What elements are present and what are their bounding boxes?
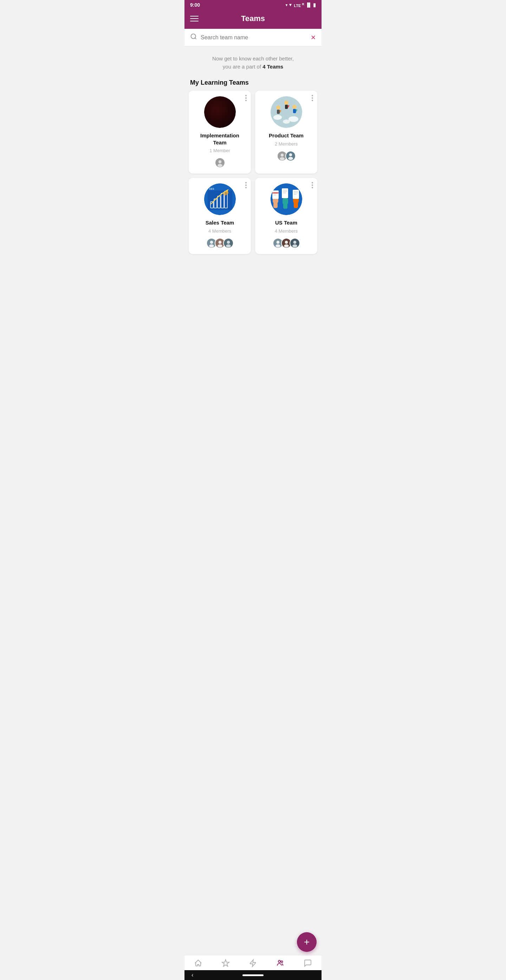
svg-rect-22: [208, 191, 232, 210]
svg-point-17: [280, 157, 285, 160]
search-icon: [190, 33, 197, 42]
info-text: Now get to know each other better, you a…: [185, 46, 321, 76]
svg-rect-12: [285, 105, 288, 109]
svg-point-61: [276, 241, 279, 244]
app-header: Teams: [185, 10, 321, 29]
member-avatars-product: [277, 151, 296, 161]
member-avatar-sales-3: [223, 238, 234, 248]
team-avatar-implementation: [204, 96, 236, 128]
card-menu-dots-sales[interactable]: [245, 182, 247, 188]
menu-line-3: [190, 21, 199, 21]
section-title: My Learning Teams: [185, 76, 321, 91]
svg-rect-49: [283, 198, 288, 205]
card-menu-dots-implementation[interactable]: [245, 95, 247, 101]
signal-icon: ▐▌: [306, 2, 312, 7]
svg-point-67: [293, 241, 296, 244]
search-clear-button[interactable]: ✕: [310, 34, 316, 41]
search-bar: ✕: [185, 29, 321, 46]
status-time: 9:00: [190, 2, 200, 8]
svg-rect-10: [277, 110, 280, 114]
svg-point-16: [280, 154, 283, 157]
svg-point-3: [218, 160, 221, 163]
svg-point-7: [288, 116, 298, 122]
member-avatar-us-3: [290, 238, 300, 248]
svg-point-65: [284, 244, 289, 247]
member-avatar-1: [215, 158, 225, 168]
info-pre-text: you are a part of: [223, 64, 263, 70]
team-avatar-product: [271, 96, 302, 128]
team-count: 4 Teams: [263, 64, 283, 70]
team-name-us: US Team: [275, 219, 297, 226]
card-menu-dots-product[interactable]: [312, 95, 313, 101]
svg-point-39: [226, 244, 231, 247]
svg-rect-50: [282, 188, 288, 198]
svg-point-36: [218, 244, 223, 247]
team-name-sales: Sales Team: [205, 219, 234, 226]
lte-icon: LTE R: [294, 2, 304, 8]
team-avatar-us: [271, 183, 302, 215]
team-card-product[interactable]: Product Team 2 Members: [255, 91, 317, 173]
svg-point-68: [292, 244, 297, 247]
teams-grid: Implementation Team 1 Member: [185, 91, 321, 258]
member-count-us: 4 Members: [275, 228, 298, 234]
svg-point-8: [283, 119, 290, 124]
svg-line-1: [195, 38, 196, 39]
svg-point-32: [210, 241, 213, 244]
svg-point-6: [274, 115, 282, 120]
member-avatars-us: [273, 238, 300, 248]
member-avatar-prod-2: [285, 151, 296, 161]
team-card-implementation[interactable]: Implementation Team 1 Member: [189, 91, 251, 173]
svg-point-11: [284, 100, 288, 105]
menu-line-2: [190, 18, 199, 19]
menu-button[interactable]: [190, 16, 199, 21]
svg-point-19: [289, 153, 292, 156]
menu-line-1: [190, 16, 199, 16]
info-line-2: you are a part of 4 Teams: [191, 63, 315, 71]
info-line-1: Now get to know each other better,: [191, 55, 315, 63]
member-avatars-sales: [206, 238, 234, 248]
team-name-product: Product Team: [269, 132, 304, 139]
svg-point-9: [276, 105, 280, 110]
battery-icon: ▮: [313, 2, 316, 8]
svg-point-38: [227, 241, 230, 244]
team-name-implementation: Implementation Team: [193, 132, 247, 146]
svg-point-35: [218, 241, 221, 244]
wifi-icon: ▼: [285, 2, 293, 7]
search-input[interactable]: [200, 35, 307, 41]
status-icons: ▼ LTE R ▐▌ ▮: [285, 2, 316, 8]
team-card-us[interactable]: US Team 4 Members: [255, 178, 317, 254]
svg-point-62: [275, 244, 280, 247]
member-count-implementation: 1 Member: [209, 148, 230, 153]
card-menu-dots-us[interactable]: [312, 182, 313, 188]
team-avatar-sales: CES: [204, 183, 236, 215]
svg-point-0: [191, 34, 196, 39]
member-avatars-implementation: [215, 158, 225, 168]
svg-point-13: [292, 105, 297, 109]
page-title: Teams: [241, 14, 265, 23]
svg-point-64: [285, 241, 288, 244]
svg-rect-14: [293, 109, 296, 113]
status-bar: 9:00 ▼ LTE R ▐▌ ▮: [185, 0, 321, 10]
svg-point-33: [209, 244, 214, 247]
svg-point-4: [218, 164, 223, 167]
member-count-product: 2 Members: [275, 141, 298, 146]
member-count-sales: 4 Members: [208, 228, 231, 234]
svg-point-20: [288, 157, 293, 160]
team-card-sales[interactable]: CES Sales Team 4 Members: [189, 178, 251, 254]
svg-rect-43: [272, 191, 278, 199]
svg-text:CES: CES: [209, 188, 214, 190]
